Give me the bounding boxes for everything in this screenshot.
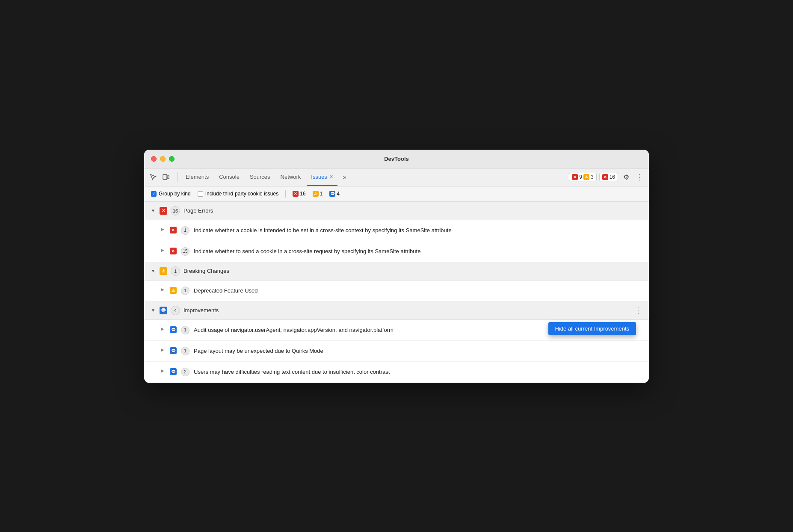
bc-issue-1-arrow: ▶ [161, 287, 166, 292]
warning-count: 3 [591, 174, 594, 180]
settings-button[interactable]: ⚙ [621, 171, 632, 183]
improvements-section-header[interactable]: ▼ 💬 4 Improvements ⋮ [144, 301, 649, 320]
inspector-icon[interactable] [148, 171, 159, 183]
page-errors-section-header[interactable]: ▼ ✕ 16 Page Errors [144, 202, 649, 220]
imp-issue-1-arrow: ▶ [161, 327, 166, 331]
imp-issue-1-text: Audit usage of navigator.userAgent, navi… [194, 326, 394, 334]
improvements-section: ▼ 💬 4 Improvements ⋮ Hide all current Im… [144, 301, 649, 383]
improvements-arrow: ▼ [151, 308, 156, 313]
breaking-changes-section-header[interactable]: ▼ ⚠ 1 Breaking Changes [144, 262, 649, 281]
sec-red-badge: ✕ 16 [293, 191, 305, 197]
imp-issue-2-count: 1 [181, 347, 189, 355]
svg-rect-1 [167, 176, 169, 179]
maximize-button[interactable] [169, 156, 175, 162]
group-by-kind-label: Group by kind [159, 191, 191, 197]
more-tabs-button[interactable]: » [339, 171, 350, 183]
error-count: 9 [579, 174, 582, 180]
window-title: DevTools [384, 156, 409, 162]
tab-elements[interactable]: Elements [181, 168, 213, 186]
tab-network[interactable]: Network [276, 168, 305, 186]
third-party-label: Include third-party cookie issues [205, 191, 278, 197]
imp-issue-3-arrow: ▶ [161, 369, 166, 373]
hide-improvements-popup[interactable]: Hide all current Improvements [548, 322, 636, 335]
imp-issue-1-icon: 💬 [170, 326, 177, 333]
imp-issue-3-icon: 💬 [170, 368, 177, 375]
page-errors-issue-1[interactable]: ▶ ✕ 1 Indicate whether a cookie is inten… [144, 220, 649, 241]
issues-badge-icon: ✕ [602, 174, 608, 180]
sec-orange-count: 1 [320, 191, 323, 197]
traffic-lights [151, 156, 175, 162]
sec-red-count: 16 [300, 191, 305, 197]
bc-issue-1-text: Deprecated Feature Used [194, 287, 258, 295]
issue-1-icon: ✕ [170, 227, 177, 233]
svg-rect-0 [163, 174, 167, 180]
breaking-changes-issue-1[interactable]: ▶ ⚠ 1 Deprecated Feature Used [144, 281, 649, 301]
imp-issue-1-count: 1 [181, 326, 189, 334]
third-party-checkbox-group[interactable]: Include third-party cookie issues [198, 191, 278, 197]
page-errors-arrow: ▼ [151, 208, 156, 213]
tab-close-icon[interactable]: ✕ [329, 174, 333, 180]
content-area: ▼ ✕ 16 Page Errors ▶ ✕ 1 Indicate whethe… [144, 202, 649, 383]
tab-issues[interactable]: Issues ✕ [307, 168, 337, 186]
tab-sources[interactable]: Sources [246, 168, 275, 186]
issue-2-text: Indicate whether to send a cookie in a c… [194, 247, 420, 256]
group-by-kind-checkbox[interactable] [151, 191, 157, 197]
third-party-checkbox[interactable] [198, 191, 203, 197]
page-errors-issue-2[interactable]: ▶ ✕ 15 Indicate whether to send a cookie… [144, 241, 649, 262]
improvements-count: 4 [171, 306, 180, 315]
imp-issue-2-text: Page layout may be unexpected due to Qui… [194, 347, 323, 355]
toolbar-right: ✕ 9 ⚠ 3 ✕ 16 ⚙ ⋮ [569, 171, 645, 183]
device-icon[interactable] [160, 171, 172, 183]
issue-2-count: 15 [181, 247, 189, 256]
breaking-changes-arrow: ▼ [151, 269, 156, 273]
improvements-issue-3[interactable]: ▶ 💬 2 Users may have difficulties readin… [144, 362, 649, 383]
bc-issue-1-icon: ⚠ [170, 287, 177, 294]
tab-console[interactable]: Console [215, 168, 244, 186]
error-warning-badge[interactable]: ✕ 9 ⚠ 3 [569, 173, 596, 181]
imp-issue-3-count: 2 [181, 368, 189, 376]
warning-badge-icon: ⚠ [583, 174, 589, 180]
page-errors-count: 16 [171, 206, 180, 216]
improvements-title: Improvements [183, 307, 219, 313]
issues-badge-count: 16 [610, 174, 615, 180]
close-button[interactable] [151, 156, 157, 162]
issues-count-badge[interactable]: ✕ 16 [599, 173, 618, 181]
sec-blue-icon: 💬 [329, 191, 335, 197]
issue-2-arrow: ▶ [161, 248, 166, 252]
sec-red-icon: ✕ [293, 191, 299, 197]
breaking-changes-count: 1 [171, 266, 180, 276]
page-errors-title: Page Errors [183, 207, 213, 214]
more-options-button[interactable]: ⋮ [634, 171, 645, 183]
main-toolbar: Elements Console Sources Network Issues … [144, 168, 649, 186]
secondary-divider [285, 190, 286, 198]
issue-2-icon: ✕ [170, 248, 177, 254]
improvements-icon: 💬 [160, 307, 167, 314]
sec-orange-badge: ⚠ 1 [313, 191, 323, 197]
sec-blue-badge: 💬 4 [329, 191, 340, 197]
imp-issue-2-arrow: ▶ [161, 348, 166, 352]
sec-blue-count: 4 [337, 191, 340, 197]
toolbar-divider [178, 172, 178, 182]
imp-issue-3-text: Users may have difficulties reading text… [194, 368, 390, 376]
improvements-more-button[interactable]: ⋮ [634, 307, 642, 314]
breaking-changes-icon: ⚠ [160, 267, 167, 275]
secondary-toolbar: Group by kind Include third-party cookie… [144, 186, 649, 202]
error-badge-icon: ✕ [572, 174, 578, 180]
sec-orange-icon: ⚠ [313, 191, 319, 197]
imp-issue-2-icon: 💬 [170, 347, 177, 354]
toolbar-icon-group [148, 171, 172, 183]
issue-1-text: Indicate whether a cookie is intended to… [194, 226, 452, 235]
issue-1-count: 1 [181, 226, 189, 235]
group-by-kind-checkbox-group[interactable]: Group by kind [151, 191, 191, 197]
title-bar: DevTools [144, 150, 649, 168]
breaking-changes-title: Breaking Changes [183, 268, 229, 274]
issue-1-arrow: ▶ [161, 227, 166, 231]
page-errors-icon: ✕ [160, 207, 167, 215]
devtools-window: DevTools Elements Console Sources [144, 150, 649, 383]
improvements-issue-2[interactable]: ▶ 💬 1 Page layout may be unexpected due … [144, 341, 649, 362]
minimize-button[interactable] [160, 156, 166, 162]
bc-issue-1-count: 1 [181, 287, 189, 295]
